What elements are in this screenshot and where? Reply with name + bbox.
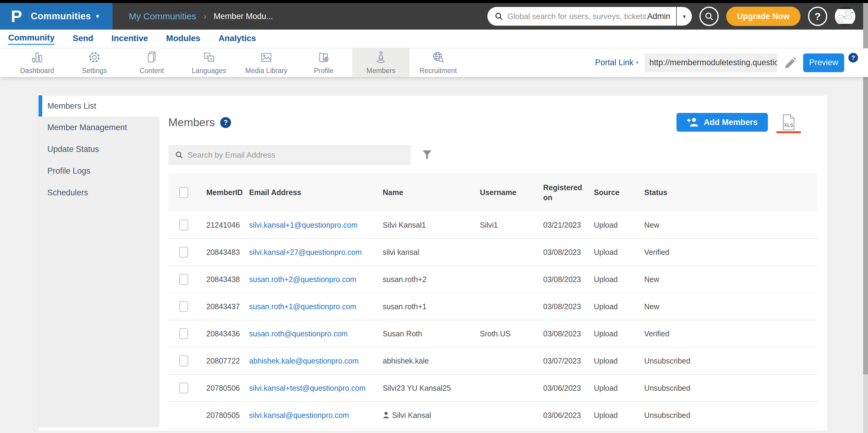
preview-help-icon[interactable]: ?	[848, 53, 858, 62]
svg-text:A: A	[210, 57, 212, 61]
status-cell: New	[644, 221, 817, 230]
user-avatar[interactable]	[835, 6, 855, 27]
row-checkbox[interactable]	[179, 382, 188, 394]
member-search-row	[168, 145, 817, 165]
table-row: 20780505 silvi.kansal@questionpro.com Si…	[168, 402, 817, 429]
chevron-down-icon[interactable]: ▾	[636, 59, 639, 66]
member-name-cell: Susan Roth	[383, 329, 480, 338]
row-checkbox[interactable]	[179, 247, 188, 258]
tab-label: Members	[367, 67, 395, 75]
member-name-cell: abhishek.kale	[383, 356, 480, 365]
breadcrumb: My Communities › Member Modu...	[129, 11, 273, 22]
svg-text:XLS: XLS	[784, 123, 793, 128]
member-id-cell: 20843436	[206, 329, 249, 338]
member-id-cell: 20843438	[206, 275, 249, 284]
member-email-link[interactable]: silvi.kansal@questionpro.com	[249, 411, 349, 420]
dashboard-icon	[30, 51, 44, 64]
row-checkbox[interactable]	[179, 328, 188, 339]
sidebar-item-update-status[interactable]: Update Status	[39, 138, 159, 160]
tab-recruitment[interactable]: Recruitment	[409, 48, 467, 77]
source-cell: Upload	[594, 411, 644, 420]
registered-on-cell: 03/08/2023	[543, 247, 594, 257]
source-cell: Upload	[594, 302, 644, 311]
status-cell: New	[644, 275, 817, 284]
table-row: 20843483 silvi.kansal+27@questionpro.com…	[168, 239, 817, 266]
col-username: Username	[480, 188, 543, 197]
profile-icon	[317, 51, 331, 64]
member-email-link[interactable]: silvi.kansal+27@questionpro.com	[249, 248, 362, 256]
nav-analytics[interactable]: Analytics	[218, 33, 256, 45]
nav-incentive[interactable]: Incentive	[111, 33, 148, 45]
members-card: Members List Member Management Update St…	[38, 95, 828, 431]
breadcrumb-my-communities[interactable]: My Communities	[129, 11, 196, 22]
global-search[interactable]: Admin ▾	[487, 7, 692, 26]
row-checkbox[interactable]	[179, 274, 188, 285]
product-switcher[interactable]: P Communities ▾	[0, 3, 113, 30]
member-username-cell: Sroth.US	[480, 329, 543, 338]
registered-on-cell: 03/06/2023	[543, 383, 594, 393]
global-search-input[interactable]	[507, 12, 647, 21]
table-row: 20843438 susan.roth+2@questionpro.com su…	[168, 266, 817, 293]
tab-label: Recruitment	[420, 67, 457, 75]
member-id-cell: 20807722	[206, 356, 249, 365]
tab-settings[interactable]: Settings	[66, 48, 123, 77]
members-help-icon[interactable]: ?	[220, 117, 231, 128]
status-cell: Unsubscribed	[644, 411, 817, 420]
portal-url-field[interactable]: http://membermoduletesting.questio	[645, 53, 777, 72]
table-row: 20807722 abhishek.kale@questionpro.com a…	[168, 348, 817, 375]
preview-button[interactable]: Preview	[803, 53, 844, 72]
member-search[interactable]	[168, 145, 411, 165]
table-row: 20843437 susan.roth+1@questionpro.com su…	[168, 293, 817, 320]
tab-members[interactable]: Members	[352, 48, 409, 77]
registered-on-cell: 03/21/2023	[543, 220, 594, 230]
search-submit-button[interactable]	[700, 7, 719, 26]
status-cell: Verified	[644, 248, 817, 257]
page-content: Members List Member Management Update St…	[0, 77, 868, 433]
member-name-cell: Silvi Kansal1	[383, 221, 480, 230]
row-checkbox[interactable]	[179, 220, 188, 230]
members-sidebar: Members List Member Management Update St…	[39, 95, 159, 431]
member-email-link[interactable]: susan.roth+1@questionpro.com	[249, 302, 356, 311]
select-all-checkbox[interactable]	[179, 187, 188, 198]
sidebar-item-members-list[interactable]: Members List	[39, 95, 159, 117]
source-cell: Upload	[594, 384, 644, 393]
add-members-button[interactable]: Add Members	[677, 113, 768, 132]
nav-send[interactable]: Send	[73, 33, 93, 45]
member-email-link[interactable]: abhishek.kale@questionpro.com	[249, 356, 359, 365]
tab-languages[interactable]: xA Languages	[180, 48, 238, 77]
nav-modules[interactable]: Modules	[166, 33, 200, 45]
members-main: Members ? Add Members XLS	[159, 95, 828, 431]
nav-community[interactable]: Community	[8, 33, 55, 45]
app-window: P Communities ▾ My Communities › Member …	[0, 0, 868, 433]
export-xls-button[interactable]: XLS	[776, 114, 802, 133]
sidebar-item-schedulers[interactable]: Schedulers	[39, 182, 159, 203]
status-cell: Verified	[644, 329, 817, 338]
sidebar-item-profile-logs[interactable]: Profile Logs	[39, 160, 159, 182]
tab-media-library[interactable]: Media Library	[238, 48, 295, 77]
edit-pencil-icon[interactable]	[783, 56, 797, 70]
languages-icon: xA	[202, 51, 216, 64]
member-email-link[interactable]: susan.roth@questionpro.com	[249, 329, 348, 338]
member-search-input[interactable]	[188, 150, 411, 160]
member-id-cell: 21241046	[206, 221, 249, 230]
section-toolbar: Dashboard Settings Content xA Languages …	[0, 48, 868, 77]
table-header-row: MemberID Email Address Name Username Reg…	[168, 173, 817, 212]
tab-content[interactable]: Content	[123, 48, 180, 77]
tab-profile[interactable]: Profile	[295, 48, 352, 77]
help-button[interactable]: ?	[808, 7, 827, 26]
member-email-link[interactable]: silvi.kansal+test@questionpro.com	[249, 384, 366, 392]
member-email-link[interactable]: susan.roth+2@questionpro.com	[249, 275, 356, 284]
tab-label: Languages	[192, 67, 226, 75]
member-email-link[interactable]: silvi.kansal+1@questionpro.com	[249, 221, 358, 229]
member-name-cell: Silvi23 YU Kansal25	[383, 384, 480, 393]
filter-button[interactable]	[422, 150, 432, 160]
portal-link-dropdown[interactable]: Portal Link	[595, 58, 634, 67]
sidebar-item-member-management[interactable]: Member Management	[39, 117, 159, 138]
row-checkbox[interactable]	[179, 301, 188, 312]
upgrade-now-button[interactable]: Upgrade Now	[726, 7, 801, 26]
source-cell: Upload	[594, 248, 644, 257]
tab-dashboard[interactable]: Dashboard	[8, 48, 66, 77]
search-scope-dropdown[interactable]: ▾	[677, 13, 692, 20]
source-cell: Upload	[594, 221, 644, 230]
row-checkbox[interactable]	[179, 355, 188, 366]
